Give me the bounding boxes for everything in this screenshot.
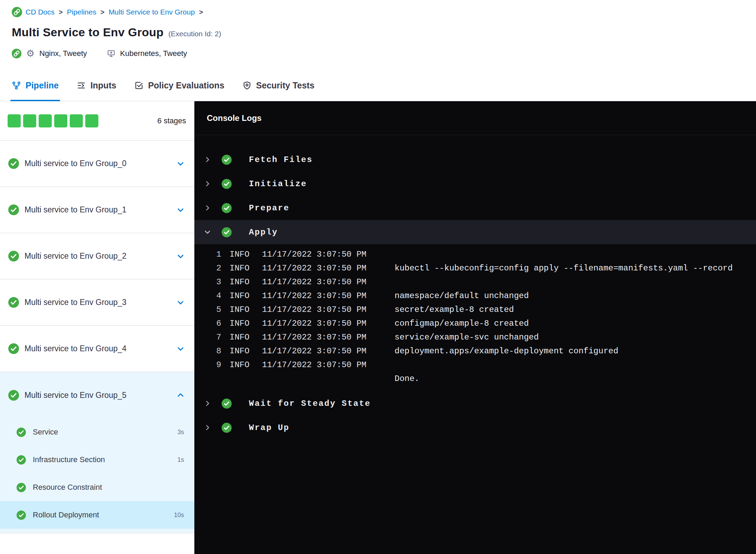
log-line-number: 2 — [208, 261, 221, 275]
log-message: namespace/default unchanged — [395, 289, 756, 303]
breadcrumb-link-cd-docs[interactable]: CD Docs — [26, 8, 55, 16]
success-check-icon — [8, 158, 19, 169]
log-line: 1INFO11/17/2022 3:07:50 PM — [194, 248, 756, 261]
stage-label: Multi service to Env Group_1 — [25, 205, 176, 214]
console-header: Console Logs — [194, 101, 756, 135]
log-level: INFO — [230, 275, 254, 289]
log-level: INFO — [230, 358, 254, 372]
log-timestamp: 11/17/2022 3:07:50 PM — [262, 248, 386, 261]
log-line: 4INFO11/17/2022 3:07:50 PMnamespace/defa… — [194, 289, 756, 303]
breadcrumb-separator: > — [59, 8, 63, 16]
log-level: INFO — [230, 303, 254, 317]
console-step-wait-for-steady-state[interactable]: Wait for Steady State — [194, 391, 756, 416]
inputs-icon — [77, 81, 86, 90]
log-line: 3INFO11/17/2022 3:07:50 PM — [194, 275, 756, 289]
console-step-prepare[interactable]: Prepare — [194, 196, 756, 220]
log-timestamp — [262, 372, 386, 386]
console-step-label: Apply — [249, 228, 278, 237]
log-message: Done. — [395, 372, 756, 386]
console-title: Console Logs — [207, 113, 262, 123]
execution-tabs: Pipeline Inputs Policy Evaluations Secur… — [0, 70, 756, 101]
stage-row-1[interactable]: Multi service to Env Group_1 — [0, 187, 194, 233]
log-message: secret/example-8 created — [395, 303, 756, 317]
stage-progress-squares — [8, 114, 98, 127]
success-check-icon — [222, 423, 232, 433]
breadcrumb-link-pipeline-name[interactable]: Multi Service to Env Group — [109, 8, 195, 16]
chevron-right-icon[interactable] — [204, 180, 211, 188]
chevron-up-icon[interactable] — [176, 391, 185, 399]
log-message — [395, 248, 756, 261]
log-level: INFO — [230, 261, 254, 275]
console-step-initialize[interactable]: Initialize — [194, 172, 756, 196]
step-row-resource-constraint[interactable]: Resource Constraint — [0, 474, 194, 501]
log-timestamp: 11/17/2022 3:07:50 PM — [262, 317, 386, 331]
step-duration: 3s — [177, 429, 184, 436]
stage-row-0[interactable]: Multi service to Env Group_0 — [0, 141, 194, 187]
log-message: deployment.apps/example-deployment confi… — [395, 344, 756, 358]
main-content: 6 stages Multi service to Env Group_0 Mu… — [0, 101, 756, 554]
log-timestamp: 11/17/2022 3:07:50 PM — [262, 331, 386, 344]
chevron-down-icon[interactable] — [176, 252, 185, 260]
success-check-icon — [222, 203, 232, 213]
step-row-service[interactable]: Service 3s — [0, 418, 194, 446]
stage-row-2[interactable]: Multi service to Env Group_2 — [0, 233, 194, 279]
stage-progress-row: 6 stages — [0, 101, 194, 141]
log-line-number: 1 — [208, 248, 221, 261]
stage-count-label: 6 stages — [157, 116, 186, 125]
stage-progress-square — [85, 114, 98, 127]
log-timestamp: 11/17/2022 3:07:50 PM — [262, 275, 386, 289]
tab-inputs[interactable]: Inputs — [77, 70, 116, 101]
services-gear-icon: ⚙ — [26, 49, 35, 58]
cd-module-icon — [12, 49, 21, 58]
chevron-right-icon[interactable] — [204, 400, 211, 407]
log-level: INFO — [230, 317, 254, 331]
success-check-icon — [17, 455, 26, 465]
chevron-down-icon[interactable] — [204, 228, 211, 236]
chevron-down-icon[interactable] — [176, 206, 185, 214]
chevron-down-icon[interactable] — [176, 345, 185, 353]
step-row-infrastructure[interactable]: Infrastructure Section 1s — [0, 446, 194, 474]
tab-policy-evaluations[interactable]: Policy Evaluations — [134, 70, 224, 101]
step-row-rollout-deployment[interactable]: Rollout Deployment 10s — [0, 501, 194, 529]
title-row: Multi Service to Env Group (Execution Id… — [12, 26, 756, 39]
chevron-right-icon[interactable] — [204, 204, 211, 212]
log-line-number: 3 — [208, 275, 221, 289]
chevron-right-icon[interactable] — [204, 424, 211, 431]
breadcrumb-separator: > — [199, 8, 203, 16]
console-step-wrap-up[interactable]: Wrap Up — [194, 416, 756, 440]
log-line: 9INFO11/17/2022 3:07:50 PM — [194, 358, 756, 372]
stage-label: Multi service to Env Group_4 — [25, 344, 176, 353]
stage-row-5[interactable]: Multi service to Env Group_5 — [0, 372, 194, 418]
shield-icon — [242, 81, 252, 90]
tab-label: Inputs — [90, 80, 116, 90]
pipeline-icon — [12, 81, 21, 90]
log-line: 2INFO11/17/2022 3:07:50 PMkubectl --kube… — [194, 261, 756, 275]
log-timestamp: 11/17/2022 3:07:50 PM — [262, 261, 386, 275]
step-label: Service — [33, 428, 177, 437]
stage-progress-square — [23, 114, 36, 127]
log-line-number — [208, 372, 221, 386]
log-level: INFO — [230, 344, 254, 358]
tab-pipeline[interactable]: Pipeline — [12, 70, 59, 101]
stage-row-4[interactable]: Multi service to Env Group_4 — [0, 326, 194, 372]
console-step-apply[interactable]: Apply — [194, 220, 756, 244]
breadcrumb-link-pipelines[interactable]: Pipelines — [67, 8, 96, 16]
services-label: Nginx, Tweety — [39, 49, 87, 58]
stage-row-3[interactable]: Multi service to Env Group_3 — [0, 279, 194, 326]
chevron-right-icon[interactable] — [204, 156, 211, 163]
log-line: 6INFO11/17/2022 3:07:50 PMconfigmap/exam… — [194, 317, 756, 331]
stage-label: Multi service to Env Group_0 — [25, 159, 176, 168]
header: CD Docs > Pipelines > Multi Service to E… — [0, 0, 756, 58]
log-line: Done. — [194, 372, 756, 386]
log-timestamp: 11/17/2022 3:07:50 PM — [262, 358, 386, 372]
execution-id: (Execution Id: 2) — [168, 30, 221, 38]
log-line-number: 8 — [208, 344, 221, 358]
console-step-fetch-files[interactable]: Fetch Files — [194, 147, 756, 172]
chevron-down-icon[interactable] — [176, 160, 185, 168]
stage-progress-square — [39, 114, 52, 127]
log-line: 8INFO11/17/2022 3:07:50 PMdeployment.app… — [194, 344, 756, 358]
success-check-icon — [17, 428, 26, 437]
tab-security-tests[interactable]: Security Tests — [242, 70, 314, 101]
chevron-down-icon[interactable] — [176, 298, 185, 307]
log-line-number: 5 — [208, 303, 221, 317]
